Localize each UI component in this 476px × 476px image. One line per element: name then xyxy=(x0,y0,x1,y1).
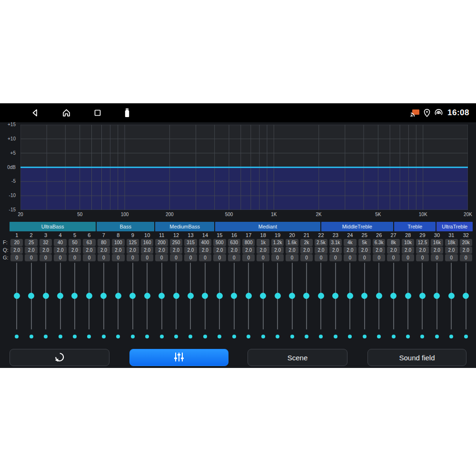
gain-slider[interactable] xyxy=(227,263,241,329)
gain-value[interactable]: 0 xyxy=(315,254,327,261)
q-value[interactable]: 2.0 xyxy=(228,247,240,254)
q-value[interactable]: 2.0 xyxy=(358,247,371,254)
slider-knob[interactable] xyxy=(463,293,469,299)
frequency-value[interactable]: 40 xyxy=(54,239,66,246)
frequency-value[interactable]: 500 xyxy=(213,239,226,246)
frequency-value[interactable]: 200 xyxy=(155,239,168,246)
gain-value[interactable]: 0 xyxy=(242,254,255,261)
slider-knob[interactable] xyxy=(173,293,179,299)
gain-value[interactable]: 0 xyxy=(170,254,182,261)
q-value[interactable]: 2.0 xyxy=(242,247,255,254)
gain-value[interactable]: 0 xyxy=(300,254,313,261)
slider-knob[interactable] xyxy=(71,293,78,299)
gain-slider[interactable] xyxy=(169,263,183,329)
gain-slider[interactable] xyxy=(270,263,285,329)
q-value[interactable]: 2.0 xyxy=(416,247,428,254)
q-value[interactable]: 2.0 xyxy=(271,247,284,254)
q-value[interactable]: 2.0 xyxy=(286,247,298,254)
slider-knob[interactable] xyxy=(405,293,411,299)
q-value[interactable]: 2.0 xyxy=(344,247,356,254)
frequency-value[interactable]: 630 xyxy=(228,239,240,246)
frequency-value[interactable]: 1.2k xyxy=(271,239,284,246)
q-value[interactable]: 2.0 xyxy=(329,247,342,254)
q-value[interactable]: 2.0 xyxy=(257,247,269,254)
q-value[interactable]: 2.0 xyxy=(431,247,443,254)
eq-button[interactable] xyxy=(129,349,228,366)
slider-knob[interactable] xyxy=(246,293,252,299)
gain-value[interactable]: 0 xyxy=(10,254,23,261)
gain-slider[interactable] xyxy=(24,263,38,329)
gain-slider[interactable] xyxy=(241,263,256,329)
q-value[interactable]: 2.0 xyxy=(155,247,168,254)
recents-icon[interactable] xyxy=(93,108,102,118)
gain-value[interactable]: 0 xyxy=(416,254,428,261)
slider-knob[interactable] xyxy=(275,293,281,299)
gain-value[interactable]: 0 xyxy=(402,254,414,261)
frequency-value[interactable]: 315 xyxy=(184,239,197,246)
slider-knob[interactable] xyxy=(390,293,397,299)
frequency-value[interactable]: 16k xyxy=(431,239,443,246)
slider-knob[interactable] xyxy=(303,293,309,299)
q-value[interactable]: 2.0 xyxy=(402,247,414,254)
slider-knob[interactable] xyxy=(318,293,324,299)
gain-slider[interactable] xyxy=(415,263,429,329)
sound-field-button[interactable]: Sound field xyxy=(367,349,466,366)
gain-slider[interactable] xyxy=(212,263,227,329)
gain-value[interactable]: 0 xyxy=(141,254,153,261)
home-icon[interactable] xyxy=(61,108,71,118)
frequency-value[interactable]: 20k xyxy=(460,239,472,246)
gain-value[interactable]: 0 xyxy=(228,254,240,261)
slider-knob[interactable] xyxy=(159,293,165,299)
q-value[interactable]: 2.0 xyxy=(300,247,313,254)
gain-slider[interactable] xyxy=(459,263,473,329)
gain-value[interactable]: 0 xyxy=(213,254,226,261)
gain-slider[interactable] xyxy=(39,263,53,329)
frequency-value[interactable]: 800 xyxy=(242,239,255,246)
slider-knob[interactable] xyxy=(347,293,353,299)
q-value[interactable]: 2.0 xyxy=(10,247,23,254)
scene-button[interactable]: Scene xyxy=(248,349,347,366)
gain-value[interactable]: 0 xyxy=(40,254,52,261)
frequency-value[interactable]: 80 xyxy=(98,239,110,246)
band-segment[interactable]: UltraBass xyxy=(10,222,96,231)
slider-knob[interactable] xyxy=(188,293,194,299)
q-value[interactable]: 2.0 xyxy=(98,247,110,254)
gain-slider[interactable] xyxy=(111,263,125,329)
slider-knob[interactable] xyxy=(260,293,266,299)
gain-value[interactable]: 0 xyxy=(112,254,124,261)
frequency-value[interactable]: 32 xyxy=(40,239,52,246)
q-value[interactable]: 2.0 xyxy=(199,247,211,254)
gain-value[interactable]: 0 xyxy=(25,254,37,261)
slider-knob[interactable] xyxy=(376,293,382,299)
band-segment[interactable]: MiddleTreble xyxy=(321,222,393,231)
q-value[interactable]: 2.0 xyxy=(387,247,399,254)
frequency-value[interactable]: 125 xyxy=(127,239,139,246)
q-value[interactable]: 2.0 xyxy=(213,247,226,254)
slider-knob[interactable] xyxy=(419,293,426,299)
gain-value[interactable]: 0 xyxy=(199,254,211,261)
frequency-value[interactable]: 1.6k xyxy=(286,239,298,246)
gain-value[interactable]: 0 xyxy=(127,254,139,261)
gain-value[interactable]: 0 xyxy=(54,254,66,261)
frequency-value[interactable]: 2k xyxy=(300,239,313,246)
frequency-value[interactable]: 2.5k xyxy=(315,239,327,246)
gain-slider[interactable] xyxy=(126,263,140,329)
slider-knob[interactable] xyxy=(217,293,223,299)
band-segment[interactable]: MediumBass xyxy=(155,222,214,231)
gain-slider[interactable] xyxy=(386,263,400,329)
slider-knob[interactable] xyxy=(43,293,49,299)
gain-value[interactable]: 0 xyxy=(373,254,385,261)
gain-slider[interactable] xyxy=(328,263,343,329)
gain-slider[interactable] xyxy=(299,263,314,329)
gain-slider[interactable] xyxy=(285,263,299,329)
gain-value[interactable]: 0 xyxy=(286,254,298,261)
frequency-value[interactable]: 5k xyxy=(358,239,371,246)
frequency-value[interactable]: 10k xyxy=(402,239,414,246)
frequency-value[interactable]: 25 xyxy=(25,239,37,246)
q-value[interactable]: 2.0 xyxy=(315,247,327,254)
slider-knob[interactable] xyxy=(231,293,237,299)
frequency-value[interactable]: 63 xyxy=(83,239,95,246)
slider-knob[interactable] xyxy=(28,293,34,299)
reset-button[interactable] xyxy=(10,349,109,366)
gain-slider[interactable] xyxy=(401,263,415,329)
